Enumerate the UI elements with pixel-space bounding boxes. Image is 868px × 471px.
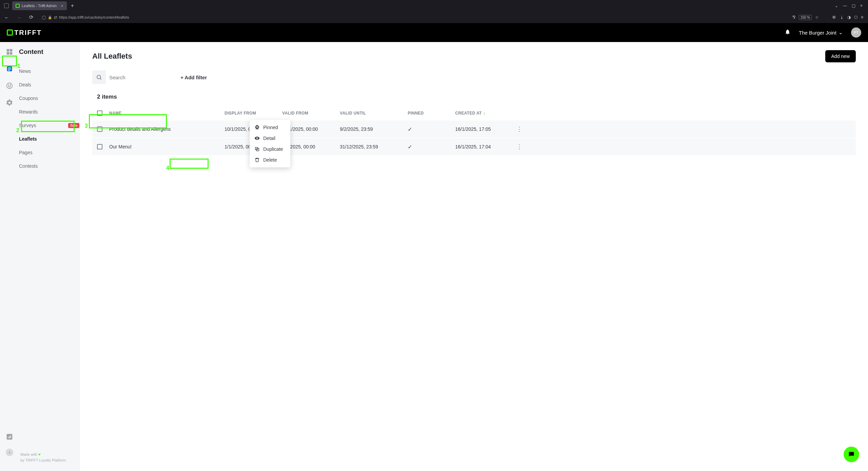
annotation-label-2: 2 <box>16 127 19 134</box>
app-body: ‹ Content News Deals Coupons Rewards Sur… <box>0 42 868 471</box>
url-text: https://app.trifft.io/cacitokiy/content/… <box>59 15 129 19</box>
annotation-label-3: 3 <box>85 123 88 129</box>
download-icon[interactable]: ⭳ <box>840 15 844 20</box>
svg-rect-1 <box>10 49 12 52</box>
row-more-button[interactable]: ⋮ <box>516 143 530 150</box>
select-all-checkbox[interactable] <box>97 110 102 116</box>
extension-icon[interactable]: ⬡ <box>854 15 857 20</box>
forward-button[interactable]: → <box>15 15 24 20</box>
chat-icon <box>848 451 855 458</box>
cell-valid-until: 31/12/2025, 23:59 <box>340 144 408 149</box>
sidebar-item-contests[interactable]: Contests <box>19 159 80 173</box>
cell-valid-from: 10/1/2025, 00:00 <box>282 126 340 132</box>
new-tab-button[interactable]: + <box>68 3 77 9</box>
sidebar-item-rewards[interactable]: Rewards <box>19 105 80 119</box>
back-button[interactable]: ← <box>2 15 11 20</box>
col-name[interactable]: NAME <box>109 111 225 116</box>
chat-bubble-button[interactable] <box>844 447 859 462</box>
org-switcher[interactable]: The Burger Joint ⌄ <box>799 29 843 36</box>
col-valid-from[interactable]: VALID FROM <box>282 111 340 116</box>
url-input[interactable]: ◯ 🔒 ⇄ https://app.trifft.io/cacitokiy/co… <box>39 14 789 21</box>
col-created-at[interactable]: CREATED AT↓ <box>455 111 516 116</box>
svg-rect-2 <box>7 52 9 55</box>
sidebar-nav: News Deals Coupons Rewards SurveysBeta L… <box>19 64 80 173</box>
context-menu: Pinned Detail Duplicate Delete <box>250 120 290 167</box>
logo-text: TRIFFT <box>14 29 42 37</box>
svg-point-15 <box>97 75 101 79</box>
close-tab-icon[interactable]: × <box>61 3 63 8</box>
row-checkbox[interactable] <box>97 144 102 149</box>
table-header: NAME DISPLAY FROM VALID FROM VALID UNTIL… <box>92 106 856 121</box>
icon-rail: ‹ <box>0 42 19 471</box>
toolbar-right: ⅋ 150 % ☆ ⛨ ⭳ ◑ ⬡ ≡ <box>792 15 866 20</box>
sidebar-item-news[interactable]: News <box>19 64 80 78</box>
avatar-initials: PT <box>854 30 859 35</box>
svg-rect-6 <box>8 69 11 69</box>
reload-button[interactable]: ⟳ <box>27 14 36 20</box>
tab-bar: Leaflets - Trifft Admin × + ⌄ — ▢ × <box>0 0 868 12</box>
chevron-down-icon[interactable]: ⌄ <box>835 3 838 8</box>
search-icon[interactable] <box>92 70 106 84</box>
account-icon[interactable]: ◑ <box>847 15 851 20</box>
footer-credit: Made with ♥ by TRIFFT Loyalty Platform <box>20 452 66 463</box>
menu-item-delete[interactable]: Delete <box>250 155 290 165</box>
col-pinned[interactable]: PINNED <box>408 111 455 116</box>
search-input[interactable] <box>106 70 174 84</box>
cell-name: Our Menu! <box>109 144 225 149</box>
cell-name: Product details and Allergens <box>109 126 225 132</box>
menu-icon[interactable]: ≡ <box>861 15 863 20</box>
cell-valid-from: 1/1/2025, 00:00 <box>282 144 340 149</box>
app-header: TRIFFT The Burger Joint ⌄ PT <box>0 23 868 42</box>
rail-settings-icon[interactable] <box>6 99 13 106</box>
page-title: All Leaflets <box>92 52 132 61</box>
maximize-icon[interactable]: ▢ <box>852 3 855 8</box>
table-row[interactable]: Product details and Allergens 10/1/2025,… <box>92 121 856 138</box>
sidebar-item-coupons[interactable]: Coupons <box>19 91 80 105</box>
logo[interactable]: TRIFFT <box>7 29 42 37</box>
menu-item-duplicate[interactable]: Duplicate <box>250 144 290 155</box>
svg-rect-0 <box>7 49 9 52</box>
rail-chart-icon[interactable] <box>6 433 13 441</box>
table-row[interactable]: Our Menu! 1/1/2025, 00:00 1/1/2025, 00:0… <box>92 138 856 156</box>
swap-icon: ⇄ <box>54 15 57 20</box>
sidebar-item-pages[interactable]: Pages <box>19 146 80 159</box>
logo-icon <box>7 29 13 36</box>
svg-rect-7 <box>8 70 10 71</box>
window-icon <box>4 3 9 8</box>
add-new-button[interactable]: Add new <box>825 50 856 62</box>
sidebar-item-deals[interactable]: Deals <box>19 78 80 91</box>
main-content: All Leaflets Add new + Add filter 2 item… <box>80 42 868 471</box>
tab-title: Leaflets - Trifft Admin <box>22 4 57 8</box>
annotation-label-4: 4 <box>166 165 169 171</box>
pocket-icon[interactable]: ⛨ <box>832 15 836 20</box>
rail-content-icon[interactable] <box>6 65 13 73</box>
col-valid-until[interactable]: VALID UNTIL <box>340 111 408 116</box>
rail-dashboard-icon[interactable] <box>6 48 13 56</box>
zoom-badge[interactable]: 150 % <box>799 15 812 20</box>
row-more-button[interactable]: ⋮ <box>516 125 530 133</box>
bell-icon[interactable] <box>785 29 791 37</box>
collapse-sidebar-button[interactable]: ‹ <box>6 449 13 456</box>
star-icon[interactable]: ☆ <box>815 15 819 20</box>
lock-icon: 🔒 <box>48 16 52 19</box>
col-display-from[interactable]: DISPLAY FROM <box>225 111 282 116</box>
heart-icon: ♥ <box>38 452 41 456</box>
menu-item-detail[interactable]: Detail <box>250 133 290 144</box>
row-checkbox[interactable] <box>97 126 102 132</box>
avatar[interactable]: PT <box>851 27 861 38</box>
rail-smile-icon[interactable] <box>6 82 13 89</box>
sidebar-item-surveys[interactable]: SurveysBeta <box>19 119 80 132</box>
pin-icon <box>254 125 260 130</box>
close-window-icon[interactable]: × <box>860 3 863 8</box>
sort-desc-icon: ↓ <box>483 111 485 116</box>
minimize-icon[interactable]: — <box>843 3 847 8</box>
search-box <box>92 70 174 84</box>
translate-icon[interactable]: ⅋ <box>792 15 795 20</box>
menu-item-pinned[interactable]: Pinned <box>250 122 290 133</box>
chevron-down-icon: ⌄ <box>838 29 843 36</box>
browser-tab[interactable]: Leaflets - Trifft Admin × <box>12 1 67 10</box>
sidebar-item-leaflets[interactable]: Leaflets <box>19 132 80 146</box>
cell-created-at: 16/1/2025, 17:04 <box>455 144 516 149</box>
add-filter-button[interactable]: + Add filter <box>180 75 207 80</box>
svg-rect-3 <box>10 52 12 55</box>
